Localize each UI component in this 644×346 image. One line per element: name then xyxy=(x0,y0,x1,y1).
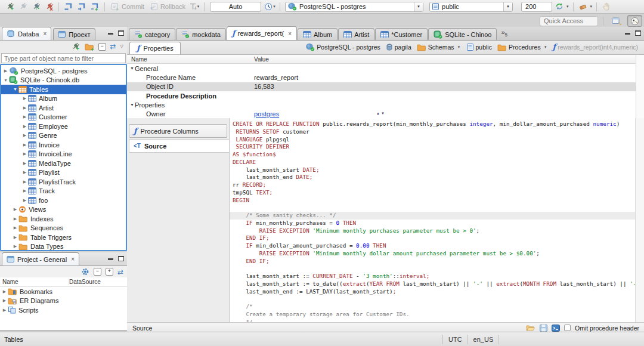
breadcrumb-item-procedures[interactable]: Procedures▼ xyxy=(497,44,547,51)
tree-expand-arrow[interactable]: ▶ xyxy=(1,308,8,313)
tree-expand-arrow[interactable]: ▶ xyxy=(21,133,28,138)
chevron-down-icon[interactable]: ▾ xyxy=(566,4,569,9)
tree-expand-arrow[interactable]: ▶ xyxy=(21,124,28,129)
grid-row-object-id[interactable]: Object ID16,583 xyxy=(127,82,644,91)
tree-expand-arrow[interactable]: ▶ xyxy=(12,235,18,240)
open-file-icon[interactable] xyxy=(526,325,535,332)
chevron-down-icon[interactable]: ▾ xyxy=(590,4,593,9)
tree-item-foo[interactable]: ▶foo xyxy=(1,196,126,205)
minimize-icon[interactable] xyxy=(625,33,630,35)
reconnect-icon[interactable] xyxy=(30,1,42,13)
tree-expand-arrow[interactable]: ▶ xyxy=(21,106,28,110)
new-folder-icon[interactable]: + xyxy=(85,43,94,51)
tree-item-table-triggers[interactable]: ▶Table Triggers xyxy=(1,233,126,242)
tree-expand-arrow[interactable]: ▶ xyxy=(21,180,28,184)
collapse-all-icon[interactable]: − xyxy=(94,268,101,276)
side-tab-procedure-columns[interactable]: ƒProcedure Columns xyxy=(129,124,227,138)
group-collapse-arrow[interactable]: ▼ xyxy=(129,103,135,107)
maximize-icon[interactable] xyxy=(635,30,641,36)
tree-collapse-arrow[interactable]: ▼ xyxy=(2,78,9,82)
collapse-all-icon[interactable]: − xyxy=(98,43,106,51)
close-icon[interactable]: × xyxy=(71,256,75,262)
gear-icon[interactable] xyxy=(81,268,89,276)
project-item-bookmarks[interactable]: ▶Bookmarks xyxy=(0,287,127,296)
chevron-down-icon[interactable]: ▼ xyxy=(544,45,547,49)
tree-expand-arrow[interactable]: ▶ xyxy=(21,198,28,203)
group-collapse-arrow[interactable]: ▼ xyxy=(129,66,135,70)
link-with-editor-icon[interactable]: ⇄ xyxy=(110,44,116,50)
tree-item-genre[interactable]: ▶Genre xyxy=(1,131,126,141)
editor-tab-sqlite-chinoo[interactable]: SQLite - Chinoo xyxy=(428,28,497,40)
save-icon[interactable] xyxy=(540,325,547,332)
close-icon[interactable]: × xyxy=(43,30,47,37)
tab-database-navigator[interactable]: Databa × xyxy=(2,27,51,40)
editor-tab-album[interactable]: Album xyxy=(298,28,338,40)
transaction-history-button[interactable]: ▾ xyxy=(264,1,276,13)
chevron-down-icon[interactable]: ▼ xyxy=(457,45,461,49)
tree-item-employee[interactable]: ▶Employee xyxy=(1,122,126,131)
tree-expand-arrow[interactable]: ▶ xyxy=(21,189,28,193)
breadcrumb-item-public[interactable]: public xyxy=(466,43,492,51)
disconnect-icon[interactable]: × xyxy=(43,1,55,13)
tree-item-invoice[interactable]: ▶Invoice xyxy=(1,140,126,150)
commit-button[interactable]: Commit xyxy=(109,1,146,13)
schema-combo[interactable]: public ▼ xyxy=(429,2,513,12)
tree-expand-arrow[interactable]: ▶ xyxy=(1,289,8,294)
minimize-icon[interactable] xyxy=(108,33,113,35)
omit-header-checkbox[interactable] xyxy=(564,325,571,331)
tab-properties[interactable]: ƒ Properties xyxy=(129,42,181,54)
source-code-editor[interactable]: CREATE OR REPLACE FUNCTION public.reward… xyxy=(230,118,635,322)
view-menu-icon[interactable]: ▽ xyxy=(120,44,123,49)
breadcrumb-item-rewards-report-int4-numeric[interactable]: ƒrewards_report(int4,numeric) xyxy=(553,44,638,51)
editor-tab-mockdata[interactable]: mockdata xyxy=(176,28,226,40)
tree-item-views[interactable]: ▶Views xyxy=(1,205,126,215)
format-brush-icon[interactable] xyxy=(577,1,589,13)
tree-item-data-types[interactable]: ▶Data Types xyxy=(1,242,126,252)
tree-item-sequences[interactable]: ▶Sequences xyxy=(1,224,126,233)
dropdown-arrow-icon[interactable]: ▼ xyxy=(503,2,512,11)
dropdown-arrow-icon[interactable]: ▼ xyxy=(414,2,423,11)
side-tab-source[interactable]: <TSource xyxy=(129,139,229,153)
tree-item-tables[interactable]: ▼Tables xyxy=(1,85,126,94)
tree-item-invoiceline[interactable]: ▶InvoiceLine xyxy=(1,150,126,159)
grid-row-procedure-description[interactable]: Procedure Description xyxy=(127,91,644,100)
tree-expand-arrow[interactable]: ▶ xyxy=(21,161,28,166)
open-sql-script-icon[interactable] xyxy=(76,1,88,13)
editor-tab-category[interactable]: category xyxy=(129,28,175,40)
maximize-icon[interactable] xyxy=(118,30,124,36)
tree-item-track[interactable]: ▶Track xyxy=(1,187,126,196)
tab-projects[interactable]: Проект xyxy=(53,28,95,40)
tree-item-customer[interactable]: ▶Customer xyxy=(1,113,126,122)
tree-expand-arrow[interactable]: ▶ xyxy=(21,152,28,156)
sql-editor-icon[interactable] xyxy=(63,1,75,13)
tree-expand-arrow[interactable]: ▶ xyxy=(2,69,9,73)
breadcrumb-item-postgresql-postgres[interactable]: PostgreSQL - postgres xyxy=(305,43,380,51)
connection-combo[interactable]: PostgreSQL - postgres ▼ xyxy=(285,2,423,12)
quick-access-input[interactable] xyxy=(540,16,598,26)
tree-item-indexes[interactable]: ▶Indexes xyxy=(1,214,126,224)
refresh-icon[interactable] xyxy=(553,1,565,13)
commit-mode-combo[interactable]: Auto xyxy=(210,2,261,12)
grid-row-properties[interactable]: ▼Properties xyxy=(127,100,644,109)
tree-expand-arrow[interactable]: ▶ xyxy=(12,244,18,249)
project-item-er-diagrams[interactable]: ▶ER Diagrams xyxy=(0,296,127,306)
tree-item-mediatype[interactable]: ▶MediaType xyxy=(1,159,126,168)
new-connection-icon[interactable]: + xyxy=(4,1,16,13)
open-perspective-button[interactable] xyxy=(609,15,624,27)
breadcrumb-item-pagila[interactable]: pagila xyxy=(386,44,411,51)
new-connection-icon[interactable]: + xyxy=(70,42,80,51)
breadcrumb-item-schemas[interactable]: Schemas▼ xyxy=(417,44,461,51)
tree-expand-arrow[interactable]: ▶ xyxy=(12,225,18,230)
tree-expand-arrow[interactable]: ▶ xyxy=(12,207,18,212)
editor-scrollbar[interactable] xyxy=(635,118,644,322)
rollback-button[interactable]: Rollback xyxy=(147,1,187,13)
tree-expand-arrow[interactable]: ▶ xyxy=(1,298,8,303)
tree-item-artist[interactable]: ▶Artist xyxy=(1,103,126,113)
tab-project-general[interactable]: Project - General × xyxy=(2,252,79,265)
tree-item-playlist[interactable]: ▶Playlist xyxy=(1,168,126,178)
grid-row-general[interactable]: ▼General xyxy=(127,64,644,73)
editor-tab-artist[interactable]: Artist xyxy=(338,28,374,40)
tree-item-album[interactable]: ▶Album xyxy=(1,94,126,104)
tree-expand-arrow[interactable]: ▶ xyxy=(21,115,28,119)
tree-expand-arrow[interactable]: ▶ xyxy=(21,96,28,101)
